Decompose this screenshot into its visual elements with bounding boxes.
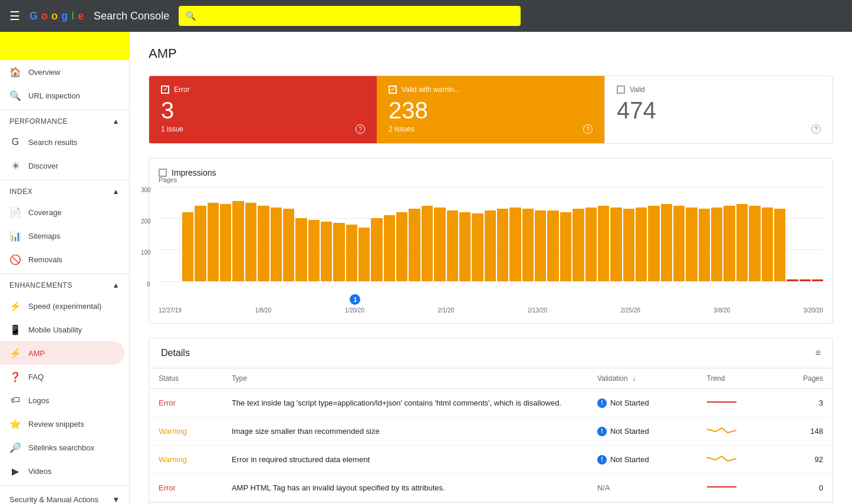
chart-bar-30 (560, 212, 571, 281)
sidebar-item-security[interactable]: Security & Manual Actions ▼ (0, 488, 129, 504)
search-input[interactable] (200, 11, 514, 21)
x-label-1: 1/8/20 (255, 307, 271, 314)
chart-bar-26 (509, 207, 521, 281)
chart-bar-34 (610, 207, 621, 281)
chart-bar-5 (245, 203, 256, 281)
table-row[interactable]: Warning Image size smaller than recommen… (149, 417, 833, 446)
chart-bar-37 (648, 206, 659, 281)
valid-count: 474 (617, 98, 821, 122)
chart-bar-10 (308, 220, 320, 281)
sidebar-item-videos[interactable]: ▶ Videos (0, 459, 124, 483)
x-label-3: 2/1/20 (437, 307, 454, 314)
chart-bar-6 (258, 206, 269, 281)
logos-icon: 🏷 (9, 394, 21, 406)
details-header: Details ≡ (149, 338, 833, 368)
row-status: Error (159, 483, 176, 492)
sidebar-item-removals[interactable]: 🚫 Removals (0, 248, 124, 271)
table-row[interactable]: Error AMP HTML Tag has an invalid layout… (149, 474, 833, 502)
chart-bar-25 (497, 209, 508, 281)
sidebar-item-url-inspection[interactable]: 🔍 URL inspection (0, 84, 124, 107)
chart-bar-23 (472, 213, 483, 281)
status-card-valid[interactable]: Valid 474 ? (604, 76, 833, 143)
sidebar-item-faq[interactable]: ❓ FAQ (0, 365, 124, 388)
index-section-header[interactable]: Index ▲ (0, 183, 129, 200)
search-bar[interactable]: 🔍 (179, 6, 521, 26)
sidebar-item-search-results[interactable]: G Search results (0, 130, 124, 154)
validation-label: Not Started (610, 398, 649, 407)
sidebar-item-overview[interactable]: 🏠 Overview (0, 60, 124, 84)
menu-icon[interactable]: ☰ (9, 9, 20, 23)
x-label-4: 2/13/20 (528, 307, 547, 314)
chart-header: Impressions (159, 168, 823, 177)
chart-bar-36 (636, 207, 647, 281)
chart-bar-17 (396, 212, 407, 281)
row-trend (698, 389, 772, 417)
valid-checkbox[interactable] (617, 85, 625, 94)
x-axis-labels: 12/27/19 1/8/20 1/20/20 2/1/20 2/13/20 2… (159, 307, 823, 314)
sidebar: 🏠 Overview 🔍 URL inspection Performance … (0, 32, 130, 504)
enhancements-section-header[interactable]: Enhancements ▲ (0, 276, 129, 294)
col-trend: Trend (698, 368, 772, 389)
row-validation: N/A (588, 474, 698, 502)
home-icon: 🏠 (9, 66, 21, 78)
row-pages: 3 (772, 389, 833, 417)
col-validation: Validation ↓ (588, 368, 698, 389)
chevron-down-icon-security: ▼ (112, 495, 120, 504)
chart-bar-7 (271, 207, 282, 281)
x-label-5: 2/25/20 (621, 307, 640, 314)
table-row[interactable]: Error The text inside tag 'script type=a… (149, 389, 833, 417)
chart-bar-43 (723, 206, 735, 281)
y-tick-200: 200 (141, 218, 151, 225)
x-label-7: 3/20/20 (804, 307, 823, 314)
table-header-row: Status Type Validation ↓ Trend Pages (149, 368, 833, 389)
performance-section-header[interactable]: Performance ▲ (0, 113, 129, 130)
validation-label: Not Started (610, 427, 649, 436)
y-tick-300: 300 (141, 187, 151, 193)
status-card-error[interactable]: Error 3 1 issue ? (149, 76, 377, 143)
status-cards: Error 3 1 issue ? Valid with warnin... 2… (149, 75, 833, 144)
warning-card-header: Valid with warnin... (389, 85, 593, 94)
y-axis-label: Pages (159, 176, 177, 183)
warning-help-icon[interactable]: ? (583, 124, 593, 134)
sidebar-item-speed[interactable]: ⚡ Speed (experimental) (0, 294, 124, 318)
y-tick-0: 0 (147, 281, 150, 288)
error-checkbox[interactable] (161, 85, 169, 94)
sidebar-item-review-snippets[interactable]: ⭐ Review snippets (0, 412, 124, 436)
warning-checkbox[interactable] (389, 85, 397, 94)
sort-icon[interactable]: ↓ (632, 374, 636, 383)
sidebar-item-mobile-usability[interactable]: 📱 Mobile Usability (0, 318, 124, 341)
impressions-checkbox[interactable] (159, 169, 167, 177)
discover-icon: ✳ (9, 160, 21, 172)
filter-icon[interactable]: ≡ (815, 348, 821, 358)
sidebar-item-logos[interactable]: 🏷 Logos (0, 388, 124, 412)
row-validation: !Not Started (588, 446, 698, 474)
row-type: AMP HTML Tag has an invalid layout speci… (222, 474, 588, 502)
row-pages: 0 (772, 474, 833, 502)
error-card-header: Error (161, 85, 365, 94)
sidebar-item-coverage[interactable]: 📄 Coverage (0, 200, 124, 224)
sidebar-item-amp[interactable]: ⚡ AMP (0, 341, 124, 365)
col-status: Status (149, 368, 222, 389)
row-type: Image size smaller than recommended size (222, 417, 588, 446)
chart-annotation-point[interactable]: 1 (350, 294, 360, 305)
main-content: AMP Error 3 1 issue ? Valid with warnin (130, 32, 852, 504)
sidebar-item-sitemaps[interactable]: 📊 Sitemaps (0, 224, 124, 248)
error-help-icon[interactable]: ? (356, 124, 365, 134)
chart-bar-39 (673, 206, 685, 281)
chart-bar-31 (573, 209, 584, 281)
sidebar-property (0, 32, 129, 60)
row-validation: !Not Started (588, 417, 698, 446)
divider-3 (0, 274, 129, 274)
chart-bar-19 (422, 206, 433, 281)
table-row[interactable]: Warning Error in required structured dat… (149, 446, 833, 474)
status-card-warning[interactable]: Valid with warnin... 238 2 issues ? (377, 76, 604, 143)
sidebar-item-sitelinks-searchbox[interactable]: 🔎 Sitelinks searchbox (0, 436, 124, 459)
mobile-icon: 📱 (9, 324, 21, 335)
warning-count: 238 (389, 98, 593, 122)
row-validation: !Not Started (588, 389, 698, 417)
chart-section: Impressions 300 200 100 0 (149, 158, 833, 324)
validation-icon: ! (597, 398, 607, 408)
valid-help-icon[interactable]: ? (811, 124, 821, 134)
chart-bar-16 (384, 215, 395, 281)
sidebar-item-discover[interactable]: ✳ Discover (0, 154, 124, 177)
